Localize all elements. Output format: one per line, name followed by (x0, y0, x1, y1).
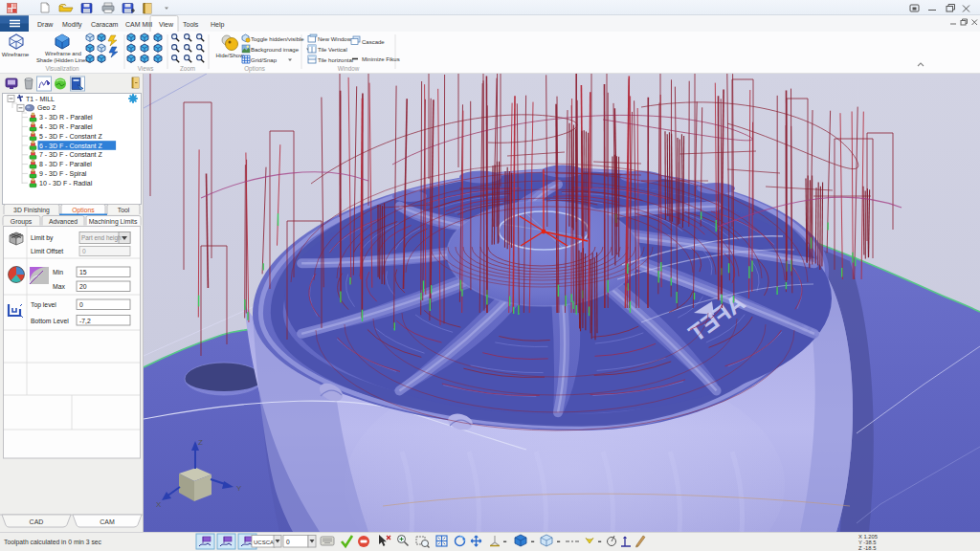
svg-text:20: 20 (79, 283, 87, 290)
svg-text:Limit Offset: Limit Offset (31, 248, 63, 254)
svg-text:0: 0 (286, 539, 290, 545)
svg-text:CAM Mill: CAM Mill (125, 21, 152, 28)
svg-text:Tool: Tool (118, 207, 130, 213)
svg-text:CAD: CAD (30, 518, 44, 525)
svg-text:Minimize Fikus: Minimize Fikus (362, 56, 400, 62)
svg-text:Visualization: Visualization (45, 65, 79, 72)
svg-text:Toolpath calculated in 0 min 3: Toolpath calculated in 0 min 3 sec (4, 539, 102, 546)
svg-text:Top level: Top level (31, 301, 56, 309)
svg-text:Options: Options (72, 207, 95, 214)
svg-text:Draw: Draw (37, 21, 54, 28)
svg-text:Toggle hidden/visible: Toggle hidden/visible (251, 36, 304, 42)
svg-text:Wireframe and: Wireframe and (45, 51, 81, 56)
svg-text:3D Finishing: 3D Finishing (13, 207, 50, 214)
svg-text:8 - 3D F - Parallel: 8 - 3D F - Parallel (39, 161, 92, 167)
svg-text:3 - 3D R - Parallel: 3 - 3D R - Parallel (39, 114, 93, 121)
svg-text:Options: Options (244, 65, 265, 73)
svg-text:9 - 3D F - Spiral: 9 - 3D F - Spiral (39, 170, 87, 178)
svg-text:Cascade: Cascade (362, 39, 385, 45)
svg-text:Hide/Show: Hide/Show (215, 53, 244, 58)
svg-text:Help: Help (211, 21, 225, 29)
svg-text:Min: Min (53, 269, 63, 276)
svg-text:Zoom: Zoom (180, 65, 195, 72)
svg-text:0: 0 (82, 248, 86, 254)
svg-text:Window: Window (338, 65, 360, 72)
svg-text:X: X (156, 500, 162, 509)
svg-text:4 - 3D R - Parallel: 4 - 3D R - Parallel (39, 123, 93, 130)
svg-text:Background image: Background image (251, 47, 300, 53)
svg-text:T1 - MILL: T1 - MILL (26, 96, 55, 102)
svg-text:Limit by: Limit by (31, 234, 54, 242)
svg-text:Tile Vertical: Tile Vertical (318, 47, 347, 53)
svg-text:Bottom Level: Bottom Level (31, 318, 69, 324)
svg-text:Grid/Snap: Grid/Snap (251, 57, 278, 63)
svg-text:New Window: New Window (318, 36, 352, 42)
svg-text:CAM: CAM (100, 518, 115, 525)
svg-text:Max: Max (53, 283, 65, 290)
svg-text:Tools: Tools (183, 21, 199, 28)
svg-text:Caracam: Caracam (91, 21, 119, 28)
svg-text:15: 15 (79, 269, 87, 276)
svg-text:5 - 3D F - Constant Z: 5 - 3D F - Constant Z (39, 133, 102, 140)
svg-text:Groups: Groups (11, 218, 33, 226)
svg-text:Part end heigh: Part end heigh (81, 234, 122, 242)
svg-text:7 - 3D F - Constant Z: 7 - 3D F - Constant Z (39, 151, 102, 158)
svg-text:Wireframe: Wireframe (2, 51, 30, 57)
svg-text:6 - 3D F - Constant Z: 6 - 3D F - Constant Z (39, 143, 102, 149)
svg-text:Shade (Hidden Lines): Shade (Hidden Lines) (36, 57, 90, 63)
svg-text:Views: Views (138, 65, 154, 72)
svg-text:Advanced: Advanced (49, 218, 78, 225)
svg-text:Geo 2: Geo 2 (37, 104, 56, 111)
svg-text:0: 0 (79, 301, 83, 308)
svg-text:10 - 3D F - Radial: 10 - 3D F - Radial (39, 180, 93, 187)
svg-text:Machining Limits: Machining Limits (89, 218, 138, 226)
svg-text:Z: Z (198, 438, 203, 447)
svg-text:Y: Y (236, 484, 242, 493)
svg-text:-7,2: -7,2 (79, 318, 91, 324)
svg-text:Tile horizontal: Tile horizontal (318, 57, 353, 63)
svg-text:Z -18.5: Z -18.5 (858, 545, 876, 551)
svg-text:View: View (159, 21, 174, 28)
svg-text:Modify: Modify (62, 21, 82, 29)
